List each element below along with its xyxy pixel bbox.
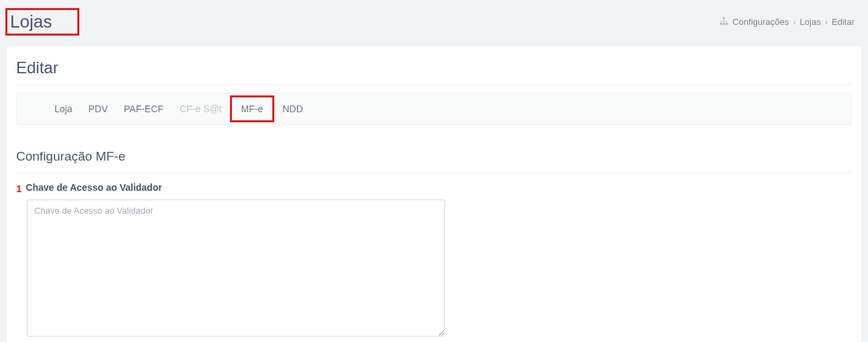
breadcrumb-editar[interactable]: Editar	[832, 17, 855, 27]
chevron-right-icon: ›	[793, 17, 795, 27]
chevron-right-icon: ›	[825, 17, 828, 27]
chave-validador-input[interactable]	[27, 200, 445, 337]
tab-cfe-sat[interactable]: CF-e S@t	[171, 94, 229, 124]
page-title-highlight: Lojas	[5, 8, 79, 36]
page-title: Lojas	[10, 11, 52, 32]
breadcrumb-configuracoes[interactable]: Configurações	[732, 17, 789, 27]
field-label-chave: Chave de Acesso ao Validador	[26, 182, 162, 193]
svg-rect-1	[720, 22, 722, 24]
sitemap-icon	[719, 17, 728, 28]
main-panel: Editar Loja PDV PAF-ECF CF-e S@t MF-e ND…	[7, 46, 861, 342]
tab-mfe[interactable]: MF-e	[230, 95, 275, 122]
breadcrumb-lojas[interactable]: Lojas	[800, 17, 821, 27]
svg-rect-2	[723, 22, 725, 24]
tab-ndd[interactable]: NDD	[274, 94, 311, 124]
tab-row: Loja PDV PAF-ECF CF-e S@t MF-e NDD	[16, 93, 852, 125]
tab-paf-ecf[interactable]: PAF-ECF	[116, 94, 171, 124]
textarea-wrap	[27, 200, 852, 339]
tab-pdv[interactable]: PDV	[80, 94, 116, 124]
section-title: Configuração MF-e	[16, 149, 852, 173]
field-row: 1 Chave de Acesso ao Validador	[16, 182, 852, 194]
field-marker-1: 1	[16, 183, 22, 194]
svg-rect-3	[725, 22, 727, 24]
svg-rect-0	[723, 17, 725, 19]
breadcrumb: Configurações › Lojas › Editar	[719, 17, 855, 28]
panel-title: Editar	[16, 58, 852, 85]
tab-loja[interactable]: Loja	[46, 94, 80, 124]
header-bar: Lojas Configurações › Lojas › Editar	[0, 0, 868, 46]
